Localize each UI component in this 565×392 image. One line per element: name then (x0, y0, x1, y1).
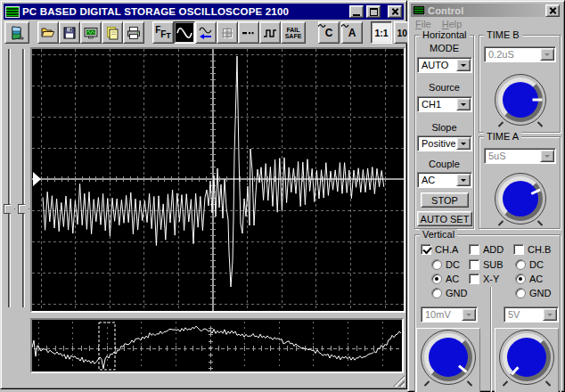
time-b-combobox[interactable]: 0.2uS (484, 46, 556, 62)
ch-b-checkbox[interactable]: CH.B (513, 244, 551, 255)
combo-drop-button[interactable] (456, 174, 471, 186)
app-icon (5, 6, 20, 18)
mode-combobox[interactable]: AUTO (417, 57, 472, 73)
radio-circle[interactable] (515, 288, 526, 298)
close-icon (549, 6, 557, 14)
combo-drop-button[interactable] (456, 137, 471, 150)
ch-b-position-slider-handle[interactable] (18, 204, 29, 214)
ch-b-knob[interactable] (499, 330, 554, 385)
wave-arrow-icon (199, 26, 213, 40)
exit-button[interactable] (4, 21, 29, 44)
ch-a-gnd-radio[interactable]: GND (431, 288, 467, 298)
radio-circle[interactable] (515, 274, 526, 284)
time-b-group: TIME B 0.2uS (479, 35, 561, 133)
ch-b-range-combobox[interactable]: 5V (504, 306, 559, 323)
couple-value: AC (418, 173, 455, 187)
ch-a-dc-radio[interactable]: DC (431, 259, 460, 270)
notes-button[interactable] (102, 21, 123, 44)
chevron-down-icon (545, 53, 550, 59)
minimize-button[interactable] (349, 5, 364, 18)
save-button[interactable] (59, 21, 80, 44)
time-b-value: 0.2uS (485, 47, 539, 61)
ch-a-checkbox[interactable]: CH.A (421, 244, 458, 255)
checkbox-box[interactable] (513, 244, 524, 255)
refresh-waveform-button[interactable] (195, 21, 217, 44)
knob-tick (537, 220, 543, 225)
slope-combobox[interactable]: Positive (417, 135, 472, 151)
add-label: ADD (483, 244, 504, 255)
main-titlebar: PC BASED DIGITAL STORAGE OSCILLOSCOPE 21… (4, 4, 404, 20)
fail-safe-button[interactable]: FAIL SAFE (281, 21, 306, 44)
combo-drop-button[interactable] (462, 308, 476, 321)
dotted-line-button[interactable] (238, 21, 259, 44)
checkbox-box[interactable] (469, 259, 479, 270)
printer-icon (127, 26, 141, 40)
fft-label: FFT (155, 29, 171, 37)
checkbox-box[interactable] (469, 274, 479, 284)
slider-groove (8, 49, 11, 307)
horizontal-group: Horizontal MODE AUTO Source CH1 Slope Po… (414, 35, 474, 229)
ch-b-ac-radio[interactable]: AC (515, 274, 543, 284)
chevron-down-icon (547, 314, 553, 319)
vertical-group: Vertical CH.A ADD CH.B DC SUB DC AC (414, 234, 561, 392)
slider-groove (22, 49, 25, 307)
cal-c-label: C (325, 27, 333, 39)
combo-drop-button[interactable] (540, 150, 554, 162)
sub-checkbox[interactable]: SUB (469, 259, 504, 270)
square-wave-button[interactable] (259, 21, 281, 44)
cal-a-button[interactable]: A (341, 21, 363, 44)
ch-a-range-combobox[interactable]: 10mV (421, 306, 478, 323)
maximize-button[interactable] (366, 5, 381, 18)
waveform-display-button[interactable] (174, 21, 195, 44)
close-button[interactable] (388, 5, 402, 18)
minimize-icon (353, 14, 360, 16)
checkbox-box[interactable] (421, 244, 431, 255)
grid-icon (220, 26, 234, 40)
ch-b-gnd-radio[interactable]: GND (515, 288, 551, 298)
sine-wave-icon (176, 26, 192, 40)
resize-grip[interactable] (393, 375, 405, 387)
print-button[interactable] (123, 21, 144, 44)
combo-drop-button[interactable] (540, 48, 554, 61)
time-a-knob[interactable] (495, 173, 546, 225)
ch-a-knob[interactable] (421, 330, 476, 385)
fft-button[interactable]: FFT (152, 21, 174, 44)
cal-c-button[interactable]: C (318, 21, 340, 44)
ch-a-position-slider-handle[interactable] (4, 204, 15, 214)
slope-label: Slope (415, 122, 473, 133)
combo-drop-button[interactable] (543, 308, 557, 321)
radio-circle[interactable] (431, 259, 442, 270)
auto-set-button[interactable]: AUTO SET (417, 211, 472, 226)
checkbox-box[interactable] (469, 244, 479, 255)
ch-b-position-slider-track[interactable] (17, 47, 29, 309)
add-checkbox[interactable]: ADD (469, 244, 504, 255)
combo-drop-button[interactable] (456, 59, 471, 71)
radio-circle[interactable] (515, 259, 526, 270)
couple-label: Couple (415, 159, 473, 169)
time-b-knob[interactable] (495, 74, 546, 126)
ch-a-ac-radio[interactable]: AC (431, 274, 459, 284)
ch-b-dc-radio[interactable]: DC (515, 259, 544, 270)
close-icon (391, 8, 399, 16)
grid-toggle-button[interactable] (217, 21, 238, 44)
radio-circle[interactable] (431, 288, 442, 298)
combo-drop-button[interactable] (456, 98, 471, 110)
vertical-position-sliders (3, 47, 30, 309)
radio-circle[interactable] (431, 274, 442, 284)
control-app-icon (413, 5, 425, 15)
couple-combobox[interactable]: AC (417, 172, 472, 188)
stop-button[interactable]: STOP (421, 192, 469, 208)
probe-1-1-button[interactable]: 1:1 (371, 21, 392, 44)
chevron-down-icon (466, 314, 471, 319)
probe-1-1-label: 1:1 (374, 28, 388, 38)
control-close-button[interactable] (545, 4, 560, 17)
time-a-group-title: TIME A (484, 131, 521, 143)
cal-wave-icon (318, 23, 326, 29)
source-combobox[interactable]: CH1 (417, 96, 472, 112)
ch-a-position-slider-track[interactable] (3, 47, 15, 309)
time-a-combobox[interactable]: 5uS (484, 148, 556, 164)
main-window-title: PC BASED DIGITAL STORAGE OSCILLOSCOPE 21… (22, 6, 347, 17)
xy-checkbox[interactable]: X-Y (469, 274, 499, 284)
open-file-button[interactable] (37, 21, 59, 44)
capture-button[interactable] (80, 21, 102, 44)
